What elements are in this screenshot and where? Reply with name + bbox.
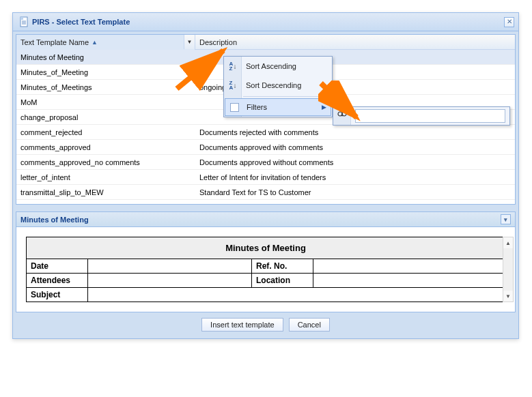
svg-point-4 xyxy=(338,112,342,116)
table-row[interactable]: comment_rejectedDocuments rejected with … xyxy=(16,125,515,140)
menu-sort-descending[interactable]: ZA↓ Sort Descending xyxy=(224,76,332,95)
table-row[interactable]: letter_of_intentLetter of Intent for inv… xyxy=(16,170,515,185)
window-title: PIRS - Select Text Template xyxy=(32,18,504,26)
button-bar: Insert text template Cancel xyxy=(16,312,516,336)
scrollbar[interactable]: ▲ ▼ xyxy=(503,237,514,302)
menu-sort-ascending[interactable]: AZ↓ Sort Ascending xyxy=(224,57,332,76)
column-menu-trigger[interactable]: ▼ xyxy=(184,35,195,49)
insert-button[interactable]: Insert text template xyxy=(201,318,283,332)
grid-header: Text Template Name ▲ ▼ Description xyxy=(16,35,515,50)
sort-desc-icon: ZA↓ xyxy=(227,80,238,91)
sort-asc-indicator-icon: ▲ xyxy=(92,39,98,46)
menu-filters[interactable]: Filters ▶ xyxy=(225,98,331,116)
filter-flyout xyxy=(333,106,510,126)
label-attendees: Attendees xyxy=(27,274,88,288)
panel-body: Minutes of Meeting Date Ref. No. Attende… xyxy=(16,227,515,312)
titlebar: PIRS - Select Text Template ✕ xyxy=(13,13,518,31)
svg-point-5 xyxy=(342,112,346,116)
panel-title: Minutes of Meeting xyxy=(20,216,89,224)
column-header-description[interactable]: Description xyxy=(195,35,515,50)
close-button[interactable]: ✕ xyxy=(504,17,514,27)
preview-table: Minutes of Meeting Date Ref. No. Attende… xyxy=(26,237,505,302)
table-row[interactable]: comments_approvedDocuments approved with… xyxy=(16,140,515,155)
doc-heading: Minutes of Meeting xyxy=(27,237,505,259)
find-icon xyxy=(337,111,347,121)
column-name-label: Text Template Name xyxy=(20,38,89,46)
filter-input[interactable] xyxy=(355,109,505,123)
label-ref: Ref. No. xyxy=(252,259,313,274)
document-icon xyxy=(18,16,29,27)
label-location: Location xyxy=(252,274,313,288)
cancel-button[interactable]: Cancel xyxy=(289,318,330,332)
table-row[interactable]: comments_approved_no commentsDocuments a… xyxy=(16,155,515,170)
filter-checkbox[interactable] xyxy=(229,102,240,113)
label-date: Date xyxy=(27,259,88,274)
collapse-button[interactable]: ▾ xyxy=(501,214,511,224)
panel-header: Minutes of Meeting ▾ xyxy=(16,212,515,227)
column-menu: AZ↓ Sort Ascending ZA↓ Sort Descending F… xyxy=(223,56,333,117)
scroll-down-icon[interactable]: ▼ xyxy=(503,291,513,302)
column-desc-label: Description xyxy=(199,38,237,46)
table-row[interactable]: transmittal_slip_to_MEWStandard Text for… xyxy=(16,185,515,200)
preview-panel: Minutes of Meeting ▾ Minutes of Meeting … xyxy=(16,211,516,312)
sort-asc-icon: AZ↓ xyxy=(227,61,238,72)
column-header-name[interactable]: Text Template Name ▲ xyxy=(16,35,195,50)
chevrons-down-icon: ▾ xyxy=(504,216,507,223)
submenu-arrow-icon: ▶ xyxy=(322,104,326,111)
chevron-down-icon: ▼ xyxy=(187,39,193,45)
label-subject: Subject xyxy=(27,288,88,302)
scroll-up-icon[interactable]: ▲ xyxy=(503,237,513,248)
